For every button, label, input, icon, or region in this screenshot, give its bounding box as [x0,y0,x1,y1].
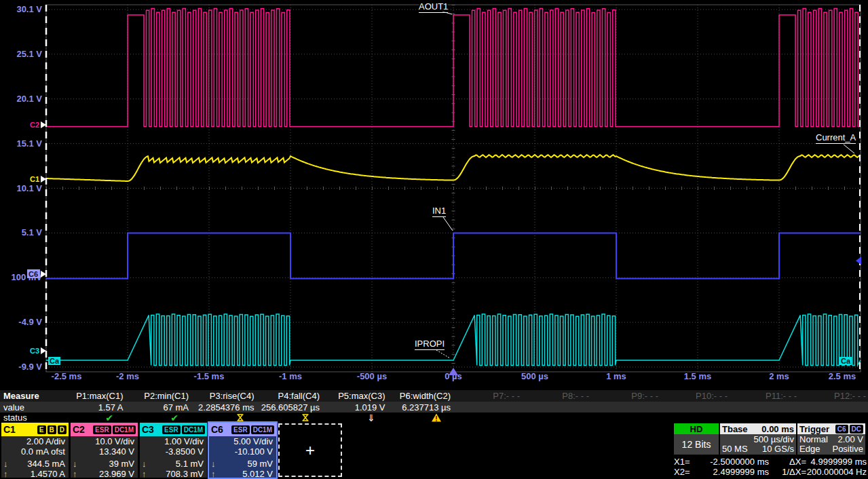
arrow-down-icon: ↓ [211,459,216,469]
channel-descriptor-c2[interactable]: C2ESRDC1M10.0 V/div13.340 V↓39 mV↑23.969… [71,423,138,478]
channel-badge-esr: ESR [231,425,250,434]
x-axis-tick-label: 2.5 ms [829,371,856,381]
trace-label-ipropi: IPROPI [415,339,445,350]
measure-label-p7[interactable]: P7:- - - [453,391,522,401]
waveform-display[interactable]: 30.1 V25.1 V20.1 V15.1 V10.1 V5.1 V100 m… [0,0,868,388]
cursor-x1-label: X1= [674,457,698,467]
channel-max-value: 5.012 V [242,469,273,479]
measure-label-p1[interactable]: P1:max(C1) [60,391,126,401]
measure-status-p11 [788,413,799,423]
measure-label-p3[interactable]: P3:rise(C4) [191,391,257,401]
measure-value-p6: 6.237713 µs [388,402,453,413]
arrow-down-icon: ↓ [142,459,147,469]
channel-descriptor-c6[interactable]: C6ESRDC1M5.00 V/div-10.100 V↓59 mV↑5.012… [209,423,276,478]
trigger-coupling-badge: DC [850,425,863,434]
x-axis-tick-label: -1 ms [279,371,302,381]
y-axis-tick-label: 20.1 V [16,94,42,104]
channel-id-c3: C3 [142,424,154,435]
trigger-label: Trigger [799,424,829,434]
trigger-source-badge: C6 [835,425,848,434]
channel-descriptor-c1[interactable]: C1EBD2.00 A/div0.0 mA ofst↓344.5 mA↑1.45… [1,423,69,478]
channel-min-value: 39 mV [109,459,134,469]
trigger-level-marker[interactable] [856,256,861,265]
cursor-dx-label: ΔX= [769,457,806,467]
x-axis-tick-label: -1.5 ms [194,371,225,381]
measure-label-p2[interactable]: P2:min(C1) [126,391,191,401]
cursor-invdx-label: 1/ΔX= [769,467,806,477]
channel-max-value: 23.969 V [99,469,134,479]
y-axis-tick-label: 10.1 V [16,183,42,193]
channel-descriptor-c3[interactable]: C3ESRDC1M1.00 V/div-3.8500 V↓5.1 mV↑708.… [140,423,207,478]
add-trace-button[interactable]: + [278,423,342,477]
measure-label-p12[interactable]: P12:- - - [799,391,868,401]
channel-marker-C1: C1 [30,175,39,183]
trace-aout1[interactable] [46,9,861,127]
arrow-up-icon: ↑ [3,469,8,479]
measure-status-p8 [580,413,591,423]
timebase-delay: 0.00 ms [761,424,794,434]
measure-label-p9[interactable]: P9:- - - [591,391,660,401]
cursor-readout: X1= -2.5000000 ms ΔX= 4.9999999 ms X2= 2… [674,457,867,477]
y-axis-tick-label: 15.1 V [16,138,42,149]
x-axis-tick-label: -2 ms [116,371,139,381]
channel-badge-d: D [58,425,67,434]
y-axis-tick-label: 25.1 V [16,49,42,59]
x-axis-tick-label: -2.5 ms [52,371,82,381]
channel-descriptor-strip: C1EBD2.00 A/div0.0 mA ofst↓344.5 mA↑1.45… [1,423,342,478]
trigger-level: 2.00 V [837,435,863,444]
measure-status-p6-warning-icon: ! [431,413,453,423]
measure-status-p12 [857,413,868,423]
svg-text:⇓: ⇓ [367,413,375,423]
arrow-up-icon: ↑ [211,469,216,479]
arrow-up-icon: ↑ [142,469,147,479]
measure-row-label: Measure [0,391,60,401]
arrow-down-icon: ↓ [73,459,77,469]
plus-icon: + [305,441,315,460]
y-axis-tick-label: 5.1 V [22,227,43,237]
measure-label-p8[interactable]: P8:- - - [522,391,591,401]
trace-in1[interactable] [46,233,861,278]
channel-offset: -10.100 V [209,446,276,457]
measure-label-p10[interactable]: P10:- - - [660,391,730,401]
channel-scale: 2.00 A/div [1,436,69,446]
trigger-slope: Positive [832,444,863,454]
svg-text:✔: ✔ [170,413,178,423]
channel-badge-dc1m: DC1M [251,425,274,434]
channel-max-value: 1.4570 A [31,469,65,479]
channel-badge-b: B [48,425,56,434]
measure-value-p2: 67 mA [126,402,191,413]
arrow-up-icon: ↑ [73,469,77,479]
y-axis-tick-label: -9.9 V [18,362,42,372]
trace-label-current-a: Current_A [816,133,856,144]
measure-label-p6[interactable]: P6:width(C2) [388,391,453,401]
timebase-rate: 10 GS/s [762,444,794,454]
channel-scale: 5.00 V/div [209,436,276,446]
measure-row-label: status [0,413,60,423]
trace-edge-tag-left: Ca [48,357,60,365]
timebase-samples: 50 MS [722,444,748,454]
y-axis-tick-label: 30.1 V [16,4,42,14]
channel-id-c2: C2 [73,424,85,435]
measure-label-p5[interactable]: P5:max(C3) [322,391,388,401]
x-axis-tick-label: -500 µs [357,371,387,381]
trigger-box[interactable]: Trigger C6 DC Normal 2.00 V Edge Positiv… [797,423,865,455]
hd-mode-label: HD [674,423,719,434]
x-axis-tick-label: 500 µs [521,371,548,381]
timebase-box[interactable]: Tbase 0.00 ms 500 µs/div 50 MS 10 GS/s [720,423,796,455]
trace-label-in1: IN1 [432,206,446,217]
channel-marker-C6: C6 [29,270,38,278]
hd-mode-box[interactable]: HD 12 Bits [674,423,719,455]
measure-status-p2-check-icon: ✔ [169,413,191,423]
leader-in1 [443,217,453,231]
cursor-dx-value: 4.9999999 ms [806,457,867,467]
timebase-label: Tbase [722,424,748,434]
channel-scale: 10.0 V/div [71,436,138,446]
measure-label-p4[interactable]: P4:fall(C4) [257,391,322,401]
leader-current-a [844,145,854,153]
channel-offset: 0.0 mA ofst [1,446,69,457]
x-axis-tick-label: 2 ms [769,371,789,381]
trace-label-aout1: AOUT1 [419,2,448,13]
measure-label-p11[interactable]: P11:- - - [730,391,799,401]
cursor-x2-label: X2= [674,467,698,477]
acquisition-panel: HD 12 Bits Tbase 0.00 ms 500 µs/div 50 M… [674,423,867,477]
